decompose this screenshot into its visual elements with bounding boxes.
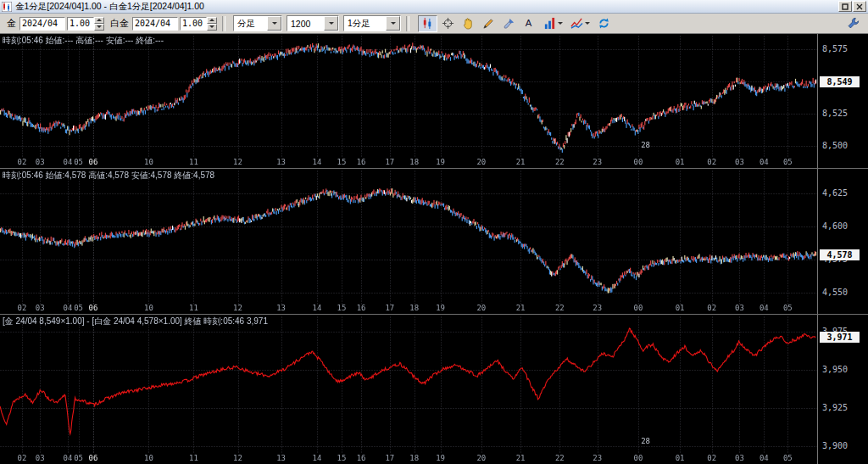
platinum-multiplier-input[interactable] [180,17,207,31]
price-tick-label: 4,600 [822,221,848,231]
gold-multiplier-up-button[interactable] [94,17,104,24]
period-type-select[interactable]: 分足 [233,15,282,31]
platinum-label: 白金 [110,17,129,30]
platinum-multiplier-up-button[interactable] [207,17,217,24]
price-tick-label: 3,950 [822,365,848,374]
window-title: 金1分足[2024/04]1.00 - 白金1分足[2024/04]1.00 [13,1,837,13]
restore-window-button[interactable] [838,1,852,12]
gold-quote-info: 時刻:05:46 始値:--- 高値:--- 安値:--- 終値:--- [3,35,164,47]
chevron-down-icon[interactable] [324,16,338,31]
chart-area: 時刻:05:46 始値:--- 高値:--- 安値:--- 終値:--- 8,5… [0,34,868,464]
hand-icon-button[interactable] [459,15,478,32]
price-tick-label: 4,550 [822,288,848,297]
close-window-button[interactable] [853,1,866,12]
chevron-down-icon[interactable] [267,16,281,31]
gold-chart-canvas[interactable] [0,34,817,168]
refresh-icon-button[interactable] [594,15,614,32]
spread-chart-panel: [金 24/04 8,549×1.00] - [白金 24/04 4,578×1… [0,314,868,464]
toolbar-icon-group: A [418,15,614,32]
gold-current-price-badge: 8,549 [820,76,860,87]
platinum-chart-canvas[interactable] [0,169,817,314]
gold-multiplier-input[interactable] [67,17,94,31]
brush-icon-button[interactable] [499,15,519,32]
price-tick-label: 3,925 [822,403,848,412]
toolbar-separator [406,16,409,31]
window-title-bar: 金1分足[2024/04]1.00 - 白金1分足[2024/04]1.00 [0,0,868,14]
price-tick-label: 8,575 [822,44,848,53]
toolbar-separator [222,16,225,31]
platinum-quote-info: 時刻:05:46 始値:4,578 高値:4,578 安値:4,578 終値:4… [3,170,214,182]
gold-multiplier-down-button[interactable] [94,24,104,31]
svg-text:A: A [526,18,532,28]
settings-area [843,15,863,32]
spread-price-axis: 3,971 3,9753,9503,9253,900 [817,315,868,464]
platinum-multiplier-stepper [180,17,217,31]
platinum-contract-input[interactable] [132,17,178,31]
pencil-icon-button[interactable] [479,15,498,32]
crosshair-icon-button[interactable] [438,15,458,32]
spread-chart-canvas[interactable] [0,315,817,464]
spread-quote-info: [金 24/04 8,549×1.00] - [白金 24/04 4,578×1… [3,316,268,327]
app-chart-icon [2,2,13,12]
price-tick-label: 4,625 [822,188,848,198]
price-tick-label: 8,500 [822,141,848,150]
bar-indicator-icon-button[interactable] [540,15,566,32]
gold-label: 金 [7,17,16,30]
platinum-price-axis: 4,578 4,6254,6004,5754,550 [817,169,868,314]
chevron-down-icon[interactable] [386,16,400,31]
gold-chart-panel: 時刻:05:46 始値:--- 高値:--- 安値:--- 終値:--- 8,5… [0,34,868,168]
platinum-current-price-badge: 4,578 [820,249,860,260]
bar-count-select[interactable]: 1200 [287,15,339,31]
platinum-chart-panel: 時刻:05:46 始値:4,578 高値:4,578 安値:4,578 終値:4… [0,168,868,314]
gold-price-axis: 8,549 8,5758,5508,5258,500 [817,34,868,168]
price-tick-label: 8,525 [822,109,848,118]
overlay-chart-icon-button[interactable] [567,15,593,32]
gold-multiplier-stepper [67,17,104,31]
platinum-multiplier-down-button[interactable] [207,24,217,31]
spread-current-price-badge: 3,971 [820,332,860,343]
candlestick-chart-icon-button[interactable] [418,15,437,32]
gold-contract-input[interactable] [19,17,65,31]
price-tick-label: 3,900 [822,441,848,450]
wrench-settings-button[interactable] [843,15,863,32]
interval-select[interactable]: 1分足 [343,15,401,31]
main-toolbar: 金 白金 分足 1200 1分足 A [0,14,868,34]
text-tool-icon-button[interactable]: A [520,15,539,32]
